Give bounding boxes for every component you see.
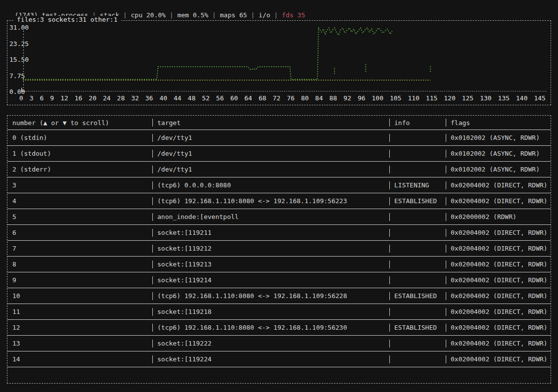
- table-row[interactable]: 10(tcp6) 192.168.1.110:8080 <-> 192.168.…: [7, 288, 551, 304]
- info-value: ESTABLISHED: [394, 324, 437, 331]
- x-axis-labels: 0369121620242832364044485256606468727680…: [19, 94, 546, 102]
- cell-flags: 0x02004002 (DIRECT, RDWR): [446, 225, 551, 240]
- flags-value: 0x02004002 (DIRECT, RDWR): [451, 181, 548, 189]
- x-tick-label: 40: [159, 94, 167, 102]
- column-separator: [389, 276, 390, 284]
- cell-flags: 0x02004002 (DIRECT, RDWR): [446, 320, 551, 335]
- cell-number: 5: [7, 209, 152, 224]
- cell-info: ESTABLISHED: [389, 288, 446, 304]
- flags-value: 0x0102002 (ASYNC, RDWR): [451, 150, 540, 157]
- x-tick-label: 12: [60, 94, 68, 102]
- number-value: 6: [12, 229, 16, 236]
- column-separator: [152, 245, 153, 253]
- cell-target: /dev/tty1: [152, 130, 389, 145]
- target-value: socket:[119224: [157, 355, 212, 363]
- cell-info: [389, 130, 446, 145]
- flags-value: 0x02004002 (DIRECT, RDWR): [451, 324, 548, 331]
- fd-history-chart-panel: files:3 sockets:31 other:1 31.0023.2515.…: [7, 20, 551, 105]
- tab-maps[interactable]: maps 65: [220, 11, 247, 19]
- flags-value: 0x02000002 (RDWR): [451, 213, 516, 220]
- target-value: (tcp6) 0.0.0.0:8080: [157, 181, 231, 189]
- number-value: 4: [12, 197, 16, 205]
- table-row[interactable]: 9socket:[1192140x02004002 (DIRECT, RDWR): [7, 272, 551, 288]
- column-separator: [389, 134, 390, 142]
- cell-number: 2 (stderr): [7, 162, 152, 177]
- target-value: anon_inode:[eventpoll: [157, 213, 238, 220]
- table-row[interactable]: 7socket:[1192120x02004002 (DIRECT, RDWR): [7, 241, 551, 257]
- cell-number: 6: [7, 225, 152, 240]
- column-separator: [446, 308, 446, 316]
- table-row[interactable]: 8socket:[1192130x02004002 (DIRECT, RDWR): [7, 257, 551, 272]
- table-row[interactable]: 2 (stderr)/dev/tty10x0102002 (ASYNC, RDW…: [7, 162, 551, 177]
- cell-number: 13: [7, 336, 152, 351]
- column-separator: [446, 134, 446, 142]
- column-separator: [446, 181, 446, 189]
- column-separator: [152, 308, 153, 316]
- column-separator: [446, 229, 446, 237]
- cell-target: socket:[119213: [152, 257, 389, 272]
- number-value: 9: [12, 276, 16, 284]
- table-row[interactable]: 12(tcp6) 192.168.1.110:8080 <-> 192.168.…: [7, 320, 551, 336]
- column-separator: [152, 150, 153, 158]
- column-separator: [152, 292, 153, 300]
- table-row[interactable]: 4(tcp6) 192.168.1.110:8080 <-> 192.168.1…: [7, 193, 551, 209]
- x-tick-label: 68: [259, 94, 267, 102]
- flags-value: 0x02004002 (DIRECT, RDWR): [451, 261, 548, 268]
- table-row[interactable]: 1 (stdout)/dev/tty10x0102002 (ASYNC, RDW…: [7, 146, 551, 162]
- cell-info: [389, 146, 446, 161]
- target-value: (tcp6) 192.168.1.110:8080 <-> 192.168.1.…: [157, 324, 347, 331]
- x-tick-label: 52: [202, 94, 210, 102]
- table-row[interactable]: 6socket:[1192110x02004002 (DIRECT, RDWR): [7, 225, 551, 241]
- x-tick-label: 64: [244, 94, 252, 102]
- table-row[interactable]: 11socket:[1192180x02004002 (DIRECT, RDWR…: [7, 304, 551, 320]
- column-separator: [446, 292, 446, 300]
- header-number: number (▲ or ▼ to scroll): [7, 116, 152, 130]
- tab-cpu[interactable]: cpu 20.0%: [131, 11, 165, 19]
- cell-info: [389, 304, 446, 319]
- x-tick-label: 16: [75, 94, 83, 102]
- table-row[interactable]: 3(tcp6) 0.0.0.0:8080LISTENING0x02004002 …: [7, 177, 551, 193]
- table-row[interactable]: 5anon_inode:[eventpoll0x02000002 (RDWR): [7, 209, 551, 225]
- flags-value: 0x02004002 (DIRECT, RDWR): [451, 355, 548, 363]
- cell-info: LISTENING: [389, 177, 446, 193]
- x-tick-label: 9: [50, 94, 54, 102]
- column-separator: [152, 261, 153, 268]
- column-separator: [152, 166, 153, 174]
- target-value: /dev/tty1: [157, 134, 192, 141]
- number-value: 11: [12, 308, 20, 315]
- number-value: 3: [12, 181, 16, 189]
- cell-target: (tcp6) 0.0.0.0:8080: [152, 177, 389, 193]
- x-tick-label: 110: [408, 94, 419, 102]
- cell-flags: 0x0102002 (ASYNC, RDWR): [446, 130, 551, 145]
- tab-fds[interactable]: fds 35: [282, 11, 305, 19]
- cell-target: /dev/tty1: [152, 162, 389, 177]
- column-separator: [389, 292, 390, 300]
- column-separator: [389, 308, 390, 316]
- flags-value: 0x02004002 (DIRECT, RDWR): [451, 276, 548, 284]
- cell-number: 3: [7, 177, 152, 193]
- x-tick-label: 20: [89, 94, 96, 102]
- column-separator: [152, 213, 153, 221]
- cell-flags: 0x02004002 (DIRECT, RDWR): [446, 272, 551, 288]
- table-row[interactable]: 14socket:[1192240x02004002 (DIRECT, RDWR…: [7, 351, 551, 367]
- cell-flags: 0x02004002 (DIRECT, RDWR): [446, 257, 551, 272]
- table-row[interactable]: 0 (stdin)/dev/tty10x0102002 (ASYNC, RDWR…: [7, 130, 551, 146]
- target-value: socket:[119214: [157, 276, 212, 284]
- tab-mem[interactable]: mem 0.5%: [177, 11, 208, 19]
- column-separator: [446, 245, 446, 253]
- fd-history-chart: [21, 27, 547, 92]
- column-separator: [389, 261, 390, 268]
- column-separator: [152, 181, 153, 189]
- table-row[interactable]: 13socket:[1192220x02004002 (DIRECT, RDWR…: [7, 336, 551, 351]
- tab-io[interactable]: i/o: [259, 11, 270, 19]
- cell-number: 10: [7, 288, 152, 304]
- target-value: socket:[119213: [157, 261, 212, 268]
- number-value: 8: [12, 261, 16, 268]
- x-tick-label: 140: [516, 94, 527, 102]
- column-separator: [152, 276, 153, 284]
- x-tick-label: 145: [534, 94, 545, 102]
- column-separator: [389, 197, 390, 205]
- column-separator: [152, 340, 153, 348]
- target-value: socket:[119218: [157, 308, 212, 315]
- number-value: 0 (stdin): [12, 134, 47, 141]
